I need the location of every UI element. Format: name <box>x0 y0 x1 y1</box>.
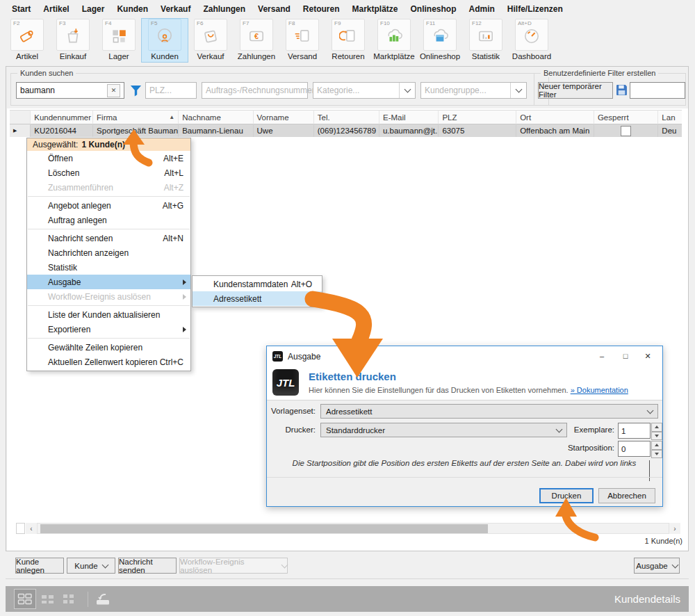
toolbar-kunden-active[interactable]: F5 Kunden <box>142 19 188 62</box>
menu-item-ausgabe-highlighted[interactable]: Ausgabe <box>27 275 190 289</box>
menu-item-exportieren[interactable]: Exportieren <box>27 322 190 337</box>
drucken-button[interactable]: Drucken <box>539 488 594 503</box>
minimize-icon[interactable]: – <box>591 348 612 364</box>
menu-item-liste-aktualisieren[interactable]: Liste der Kunden aktualisieren <box>27 307 190 322</box>
header-email[interactable]: E-Mail <box>379 110 439 124</box>
clear-search-icon[interactable]: ✕ <box>107 84 120 97</box>
menu-versand[interactable]: Versand <box>252 4 297 14</box>
maximize-icon[interactable]: □ <box>615 348 636 364</box>
menu-marktplaetze[interactable]: Marktplätze <box>345 4 404 14</box>
toolbar-einkauf[interactable]: F3 Einkauf <box>50 19 96 62</box>
spin-up-icon[interactable] <box>651 423 662 432</box>
kunde-dropdown-button[interactable]: Kunde <box>67 558 115 574</box>
customer-icon <box>156 27 174 45</box>
menu-item-zeilen-kopieren[interactable]: Gewählte Zeilen kopieren <box>27 340 190 355</box>
header-gesperrt[interactable]: Gesperrt <box>594 110 658 124</box>
menu-item-statistik[interactable]: Statistik <box>27 260 190 275</box>
scroll-left-icon[interactable]: ‹ <box>26 523 37 534</box>
chevron-down-icon[interactable] <box>510 83 526 98</box>
layout-split-view-icon[interactable] <box>40 593 57 605</box>
ausgabe-footer-button[interactable]: Ausgabe <box>634 558 680 574</box>
toolbar-zahlungen[interactable]: F7 € Zahlungen <box>234 19 279 62</box>
close-icon[interactable]: ✕ <box>637 348 658 364</box>
menu-item-oeffnen[interactable]: ÖffnenAlt+E <box>27 151 190 165</box>
toolbar-lager[interactable]: F4 Lager <box>96 19 142 62</box>
gesperrt-checkbox[interactable] <box>621 126 631 136</box>
vorlagenset-dropdown[interactable]: Adressetikett <box>320 404 658 419</box>
menu-hilfe[interactable]: Hilfe/Lizenzen <box>501 4 569 14</box>
exemplare-value[interactable]: 1 <box>618 423 651 439</box>
header-tel[interactable]: Tel. <box>314 110 379 124</box>
menu-item-nachricht-senden[interactable]: Nachricht sendenAlt+N <box>27 231 190 245</box>
cell-kundennummer: KU2016044 <box>31 124 93 137</box>
menu-retouren[interactable]: Retouren <box>297 4 346 14</box>
table-row[interactable]: ▶ KU2016044 Sportgeschäft Baumann Bauman… <box>10 124 682 137</box>
menu-item-zellenwert-kopieren[interactable]: Aktuellen Zellenwert kopierenCtrl+C <box>27 355 190 369</box>
nachricht-senden-button[interactable]: Nachricht senden <box>118 558 177 574</box>
plz-input[interactable]: PLZ... <box>145 82 197 99</box>
spin-down-icon[interactable] <box>651 450 662 459</box>
scroll-right-icon[interactable]: › <box>669 523 680 534</box>
menu-start[interactable]: Start <box>6 4 37 14</box>
menu-kunden[interactable]: Kunden <box>111 4 154 14</box>
kunde-anlegen-button[interactable]: Kunde anlegen <box>15 558 64 574</box>
dokumentation-link[interactable]: » Dokumentation <box>571 386 628 394</box>
toolbar-dashboard[interactable]: Alt+D Dashboard <box>509 19 555 62</box>
kundengruppe-combobox[interactable]: Kundengruppe... <box>420 82 527 99</box>
sales-bag-icon <box>202 27 220 45</box>
submenu-item-adressetikett-highlighted[interactable]: Adressetikett <box>193 291 322 306</box>
drucker-dropdown[interactable]: Standarddrucker <box>320 423 567 437</box>
context-menu-header: Ausgewählt: 1 Kunde(n) <box>27 138 190 151</box>
header-ort[interactable]: Ort <box>516 110 594 124</box>
toolbar-verkauf[interactable]: F6 Verkauf <box>188 19 234 62</box>
exemplare-spinner[interactable]: 1 <box>618 423 662 440</box>
menu-artikel[interactable]: Artikel <box>37 4 75 14</box>
menu-item-angebot-anlegen[interactable]: Angebot anlegenAlt+G <box>27 198 190 213</box>
menu-onlineshop[interactable]: Onlineshop <box>404 4 463 14</box>
abbrechen-button[interactable]: Abbrechen <box>598 488 655 503</box>
toolbar-retouren[interactable]: F9 Retouren <box>325 19 371 62</box>
menu-admin[interactable]: Admin <box>463 4 501 14</box>
menu-item-loeschen[interactable]: LöschenAlt+L <box>27 165 190 180</box>
scrollbar-thumb[interactable] <box>40 524 488 533</box>
menu-lager[interactable]: Lager <box>76 4 111 14</box>
toolbar-versand[interactable]: F8 Versand <box>279 19 325 62</box>
header-nachname[interactable]: Nachname <box>179 110 253 124</box>
startposition-spinner[interactable]: 0 <box>618 441 662 458</box>
chevron-down-icon[interactable] <box>399 83 415 98</box>
startposition-label: Startposition: <box>541 444 614 452</box>
toolbar-label: Lager <box>108 52 129 60</box>
startposition-value[interactable]: 0 <box>618 441 651 457</box>
menu-verkauf[interactable]: Verkauf <box>154 4 197 14</box>
cell-tel: (069)123456789 <box>314 124 379 137</box>
auftrag-input[interactable]: Auftrags-/Rechnungsnummer... <box>202 82 308 99</box>
toolbar-onlineshop[interactable]: F11 Onlineshop <box>417 19 463 62</box>
layout-grid-view-icon[interactable] <box>61 593 78 605</box>
horizontal-scrollbar[interactable] <box>37 523 669 534</box>
menu-zahlungen[interactable]: Zahlungen <box>197 4 252 14</box>
menu-item-nachrichten-anzeigen[interactable]: Nachrichten anzeigen <box>27 245 190 260</box>
toolbar-marktplaetze[interactable]: F10 Marktplätze <box>371 19 417 62</box>
layout-detail-view-icon[interactable] <box>14 589 36 609</box>
header-plz[interactable]: PLZ <box>439 110 516 124</box>
header-kundennummer[interactable]: Kundennummer <box>31 110 93 124</box>
tray-inbox-icon[interactable] <box>94 592 112 606</box>
spin-down-icon[interactable] <box>651 432 662 441</box>
toolbar-artikel[interactable]: F2 Artikel <box>4 19 50 62</box>
header-firma-sorted[interactable]: Firma▲ <box>93 110 179 124</box>
jtl-window-icon: JTL <box>272 351 283 362</box>
menu-item-auftrag-anlegen[interactable]: Auftrag anlegen <box>27 213 190 227</box>
save-filter-icon[interactable] <box>616 84 628 96</box>
header-vorname[interactable]: Vorname <box>254 110 314 124</box>
header-land[interactable]: Lan <box>658 110 682 124</box>
toolbar-statistik[interactable]: F12 Statistik <box>463 19 509 62</box>
kategorie-combobox[interactable]: Kategorie... <box>313 82 416 99</box>
filter-name-input[interactable] <box>630 82 685 99</box>
filter-funnel-icon[interactable] <box>129 84 142 97</box>
submenu-item-kundenstammdaten[interactable]: KundenstammdatenAlt+O <box>193 277 322 291</box>
new-temp-filter-button[interactable]: Neuer temporärer Filter <box>538 82 613 99</box>
chevron-down-icon <box>671 561 678 568</box>
search-input[interactable]: baumann ✕ <box>16 82 124 99</box>
note-scroll-down-icon[interactable] <box>649 469 650 481</box>
spin-up-icon[interactable] <box>651 441 662 450</box>
